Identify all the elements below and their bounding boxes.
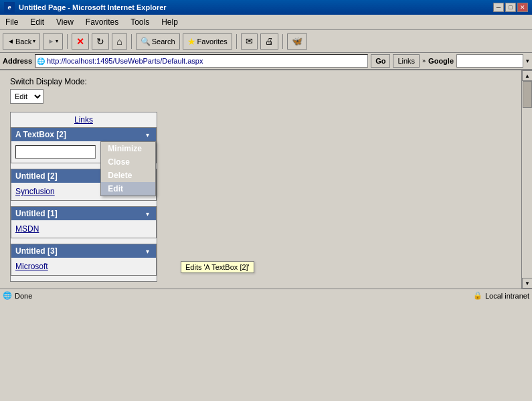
status-text: Done: [15, 292, 32, 300]
toolbar-sep-2: [131, 34, 132, 49]
webpart-untitled3-body: Microsoft: [11, 258, 156, 275]
mode-select-wrapper: Edit Browse Design: [10, 89, 511, 104]
home-button[interactable]: ⌂: [112, 33, 126, 50]
address-label: Address: [3, 57, 32, 65]
mode-select[interactable]: Edit Browse Design: [10, 89, 43, 104]
search-button[interactable]: 🔍 Search: [136, 33, 180, 50]
print-button[interactable]: 🖨: [260, 33, 278, 50]
switch-mode-label: Switch Display Mode:: [10, 77, 511, 86]
msdn-link[interactable]: MSDN: [15, 224, 39, 234]
webpart-untitled1-title: Untitled [1]: [15, 209, 143, 218]
webpart-untitled3-title: Untitled [3]: [15, 246, 143, 256]
status-lock-icon: 🔒: [473, 291, 482, 300]
webpart-untitled3-header[interactable]: Untitled [3] ▾: [11, 244, 156, 258]
links-heading[interactable]: Links: [11, 112, 157, 127]
textbox-input[interactable]: [15, 145, 96, 159]
menu-tools[interactable]: Tools: [128, 16, 152, 28]
links-arrow-icon: »: [422, 58, 426, 64]
stop-button[interactable]: ✕: [72, 33, 89, 50]
menu-bar: File Edit View Favorites Tools Help: [0, 15, 532, 30]
window-title: Untitled Page - Microsoft Internet Explo…: [19, 3, 167, 11]
toolbar-sep-4: [282, 34, 283, 49]
print-icon: 🖨: [265, 36, 274, 46]
webpart-untitled3-menu-btn[interactable]: ▾: [143, 247, 152, 256]
address-text: http://localhost:1495/UseWebParts/Defaul…: [47, 57, 203, 65]
title-bar: e Untitled Page - Microsoft Internet Exp…: [0, 0, 532, 15]
scroll-up-arrow[interactable]: ▲: [522, 70, 532, 81]
webpart-untitled3: Untitled [3] ▾ Microsoft: [11, 244, 157, 276]
address-bar: Address 🌐 http://localhost:1495/UseWebPa…: [0, 53, 532, 70]
back-button[interactable]: ◄ Back ▾: [3, 33, 40, 50]
home-icon: ⌂: [116, 36, 122, 47]
star-icon: ★: [187, 36, 196, 47]
refresh-button[interactable]: ↻: [92, 33, 109, 50]
webpart-textbox-dropdown: Minimize Close Delete Edit: [100, 141, 156, 196]
links-section: Links A TextBox [2] ▾ Minimize Close Del…: [10, 112, 157, 282]
webpart-untitled1-menu-btn[interactable]: ▾: [143, 210, 152, 218]
mail-button[interactable]: ✉: [241, 33, 258, 50]
toolbar-sep-1: [67, 34, 68, 49]
status-bar: 🌐 Done 🔒 Local intranet: [0, 289, 532, 302]
address-input-wrapper[interactable]: 🌐 http://localhost:1495/UseWebParts/Defa…: [35, 54, 368, 68]
menu-help[interactable]: Help: [159, 16, 181, 28]
stop-icon: ✕: [76, 36, 84, 47]
main-scroll-container: Switch Display Mode: Edit Browse Design …: [0, 70, 532, 289]
toolbar: ◄ Back ▾ ► ▾ ✕ ↻ ⌂ 🔍 Search ★ Favorites …: [0, 30, 532, 53]
minimize-button[interactable]: ─: [493, 3, 504, 12]
back-arrow-icon: ◄: [7, 37, 14, 45]
dropdown-close[interactable]: Close: [101, 155, 155, 169]
title-bar-controls[interactable]: ─ □ ✕: [493, 3, 528, 12]
refresh-icon: ↻: [96, 36, 104, 47]
google-label: Google: [428, 57, 454, 65]
back-label: Back: [15, 37, 31, 46]
forward-arrow-icon: ►: [48, 37, 54, 45]
favorites-label: Favorites: [197, 37, 228, 46]
toolbar-sep-3: [236, 34, 237, 49]
maximize-button[interactable]: □: [505, 3, 516, 12]
scroll-down-arrow[interactable]: ▼: [522, 278, 532, 289]
menu-file[interactable]: File: [3, 16, 21, 28]
dropdown-delete[interactable]: Delete: [101, 169, 155, 182]
content-area: Switch Display Mode: Edit Browse Design …: [0, 70, 521, 289]
menu-view[interactable]: View: [54, 16, 76, 28]
search-label: Search: [152, 37, 175, 46]
mail-icon: ✉: [246, 36, 253, 46]
go-button[interactable]: Go: [371, 54, 390, 68]
webpart-textbox-header[interactable]: A TextBox [2] ▾ Minimize Close Delete Ed…: [11, 128, 156, 141]
favorites-button[interactable]: ★ Favorites: [183, 33, 232, 50]
ie-logo-icon: e: [4, 2, 15, 13]
menu-favorites[interactable]: Favorites: [83, 16, 121, 28]
microsoft-link[interactable]: Microsoft: [15, 262, 48, 271]
webpart-untitled1-header[interactable]: Untitled [1] ▾: [11, 207, 156, 220]
page-icon: 🌐: [37, 58, 45, 65]
close-button[interactable]: ✕: [517, 3, 528, 12]
dropdown-edit[interactable]: Edit: [101, 182, 155, 195]
forward-button[interactable]: ► ▾: [43, 33, 63, 50]
webpart-textbox-title: A TextBox [2]: [15, 130, 143, 139]
status-right: 🔒 Local intranet: [473, 291, 529, 300]
syncfusion-link[interactable]: Syncfusion: [15, 187, 55, 196]
status-page-icon: 🌐: [3, 291, 12, 300]
menu-edit[interactable]: Edit: [27, 16, 47, 28]
webpart-textbox-menu-btn[interactable]: ▾: [143, 131, 152, 139]
webpart-untitled1-body: MSDN: [11, 220, 156, 238]
google-dropdown-icon[interactable]: ▾: [526, 58, 529, 64]
switch-display-mode: Switch Display Mode: Edit Browse Design: [10, 77, 511, 104]
msn-icon: 🦋: [292, 36, 302, 46]
forward-dropdown-icon: ▾: [56, 38, 58, 44]
back-dropdown-icon: ▾: [33, 38, 35, 44]
links-button[interactable]: Links: [393, 54, 420, 68]
status-zone: Local intranet: [485, 292, 529, 300]
google-search-input[interactable]: [456, 54, 523, 68]
scrollbar[interactable]: ▲ ▼: [521, 70, 532, 289]
title-bar-left: e Untitled Page - Microsoft Internet Exp…: [4, 2, 167, 13]
dropdown-minimize[interactable]: Minimize: [101, 142, 155, 155]
edit-tooltip: Edits 'A TextBox [2]': [181, 261, 254, 273]
msnexplorer-button[interactable]: 🦋: [287, 33, 307, 50]
webpart-untitled1: Untitled [1] ▾ MSDN: [11, 206, 157, 238]
webpart-textbox: A TextBox [2] ▾ Minimize Close Delete Ed…: [11, 127, 157, 163]
scroll-thumb[interactable]: [523, 81, 532, 108]
search-icon: 🔍: [141, 37, 151, 46]
scroll-track[interactable]: [522, 81, 532, 278]
